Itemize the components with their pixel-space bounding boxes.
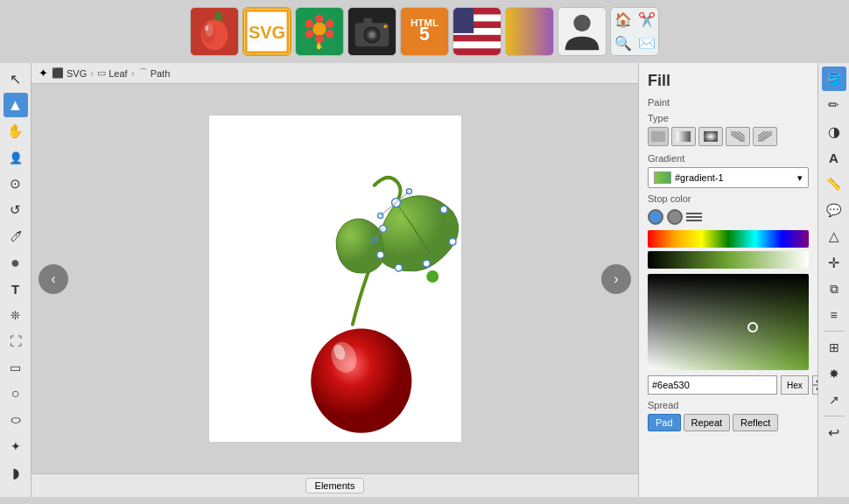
breadcrumb-leaf[interactable]: ▭ Leaf bbox=[97, 67, 127, 79]
photo-app-icon[interactable]: ✋ bbox=[295, 7, 344, 56]
hex-row: Hex ▲ ▼ 🖋 bbox=[648, 375, 809, 395]
font-tool[interactable]: A bbox=[822, 145, 846, 170]
move-tool[interactable]: ✛ bbox=[822, 250, 846, 275]
type-label: Type bbox=[648, 113, 809, 123]
type-buttons bbox=[648, 127, 809, 146]
apple-app-icon[interactable] bbox=[190, 7, 239, 56]
pointer-tool[interactable]: ▲ bbox=[4, 93, 28, 117]
svg-point-16 bbox=[326, 30, 334, 38]
triangle-tool[interactable]: △ bbox=[822, 224, 846, 248]
node-tool[interactable]: ⊙ bbox=[4, 172, 28, 196]
hex-mode-button[interactable]: Hex bbox=[781, 375, 809, 395]
elements-bar: Elements bbox=[32, 473, 638, 497]
svg-rect-25 bbox=[363, 18, 372, 25]
spread-reflect[interactable]: Reflect bbox=[733, 414, 778, 431]
chat-tool[interactable]: 💬 bbox=[822, 198, 846, 222]
contrast-tool[interactable]: ◑ bbox=[822, 119, 846, 144]
spray-tool[interactable]: ❊ bbox=[4, 303, 28, 327]
svg-rect-62 bbox=[704, 131, 718, 142]
stop-color-row bbox=[648, 209, 809, 225]
star-tool[interactable]: ✦ bbox=[4, 434, 28, 458]
svg-point-41 bbox=[573, 15, 590, 32]
stop-circle-blue[interactable] bbox=[648, 209, 663, 225]
pen-tool[interactable]: 🖊 bbox=[4, 224, 28, 248]
select-tool[interactable]: ↖ bbox=[4, 66, 28, 91]
rainbow-bar[interactable] bbox=[648, 230, 809, 248]
next-arrow[interactable]: › bbox=[601, 264, 631, 294]
stop-menu[interactable] bbox=[686, 211, 702, 223]
arc-tool[interactable]: ◗ bbox=[4, 460, 28, 485]
spiral-tool[interactable]: ↺ bbox=[4, 198, 28, 222]
breadcrumb-path[interactable]: ⌒ Path bbox=[138, 66, 171, 80]
canvas-area: ‹ bbox=[32, 84, 638, 473]
top-toolbar: SVG ✋ bbox=[0, 0, 849, 63]
stop-color-label: Stop color bbox=[648, 193, 809, 204]
camera-app-icon[interactable] bbox=[347, 7, 396, 56]
ellipse-tool[interactable]: ○ bbox=[0, 408, 34, 432]
prev-arrow[interactable]: ‹ bbox=[39, 264, 68, 294]
breadcrumb-svg[interactable]: ⬛ SVG bbox=[52, 67, 87, 79]
breadcrumb: ✦ ⬛ SVG › ▭ Leaf › ⌒ Path bbox=[32, 63, 638, 84]
html5-app-icon[interactable]: 5 HTML bbox=[400, 7, 449, 56]
center-area: ✦ ⬛ SVG › ▭ Leaf › ⌒ Path ‹ bbox=[32, 63, 638, 497]
hand-tool[interactable]: ✋ bbox=[4, 119, 28, 144]
type-pattern1[interactable] bbox=[726, 127, 750, 146]
canvas-white[interactable] bbox=[208, 115, 462, 443]
svg-rect-38 bbox=[453, 8, 474, 33]
home-tools-icon[interactable]: 🏠 ✂️ 🔍 ✉️ bbox=[610, 7, 659, 56]
svg-point-55 bbox=[425, 270, 439, 284]
paint-bucket-tool[interactable]: 🪣 bbox=[822, 66, 846, 91]
hex-input[interactable] bbox=[648, 375, 777, 395]
undo-tool[interactable]: ↩ bbox=[822, 420, 846, 444]
svg-app-icon[interactable]: SVG bbox=[242, 7, 291, 56]
color-picker[interactable] bbox=[648, 274, 809, 370]
svg-point-51 bbox=[377, 214, 382, 219]
spread-label: Spread bbox=[648, 400, 809, 410]
type-pattern2[interactable] bbox=[753, 127, 777, 146]
ruler-tool[interactable]: 📏 bbox=[822, 172, 846, 196]
spread-pad[interactable]: Pad bbox=[648, 414, 681, 431]
green-bar[interactable] bbox=[648, 251, 809, 269]
gradient-dropdown[interactable]: #gradient-1 ▾ bbox=[648, 167, 809, 188]
svg-rect-35 bbox=[453, 35, 501, 42]
circle-tool[interactable]: ○ bbox=[4, 382, 28, 406]
stop-circle-gray[interactable] bbox=[667, 209, 683, 225]
spread-row: Pad Repeat Reflect bbox=[648, 414, 809, 431]
type-linear[interactable] bbox=[671, 127, 696, 146]
gradient-app-icon[interactable] bbox=[505, 7, 554, 56]
export-tool[interactable]: ↗ bbox=[822, 388, 846, 412]
building-tool[interactable]: ⊞ bbox=[822, 335, 846, 360]
svg-point-26 bbox=[384, 24, 388, 28]
rect-tool[interactable]: ▭ bbox=[4, 355, 28, 380]
pencil-tool[interactable]: ✏ bbox=[822, 93, 846, 117]
svg-line-67 bbox=[758, 131, 772, 142]
person-app-icon[interactable] bbox=[558, 7, 607, 56]
layers-tool[interactable]: ⧉ bbox=[822, 276, 846, 301]
svg-point-4 bbox=[205, 25, 208, 31]
left-toolbar: ↖ ▲ ✋ 👤 ⊙ ↺ 🖊 ● T ❊ ⛶ ▭ ○ ○ ✦ ◗ bbox=[0, 63, 32, 497]
text-tool[interactable]: T bbox=[4, 276, 28, 301]
sparkle-tool[interactable]: ✸ bbox=[822, 361, 846, 386]
svg-point-44 bbox=[449, 238, 456, 245]
spread-repeat[interactable]: Repeat bbox=[684, 414, 730, 431]
zoom-tool[interactable]: ⛶ bbox=[4, 329, 28, 354]
separator bbox=[824, 331, 845, 332]
panel-title: Fill bbox=[648, 72, 809, 90]
elements-button[interactable]: Elements bbox=[305, 478, 365, 494]
svg-rect-36 bbox=[453, 42, 501, 49]
paint-label: Paint bbox=[648, 97, 809, 108]
type-solid[interactable] bbox=[648, 127, 669, 146]
list-tool[interactable]: ≡ bbox=[822, 303, 846, 327]
gradient-label: Gradient bbox=[648, 153, 809, 164]
svg-point-24 bbox=[369, 32, 375, 38]
svg-point-17 bbox=[314, 24, 325, 34]
user-tool[interactable]: 👤 bbox=[4, 145, 28, 170]
svg-text:HTML: HTML bbox=[410, 18, 439, 28]
flag-app-icon[interactable] bbox=[453, 7, 502, 56]
type-radial[interactable] bbox=[698, 127, 723, 146]
svg-point-47 bbox=[376, 251, 383, 258]
far-right-toolbar: 🪣 ✏ ◑ A 📏 💬 △ ✛ ⧉ ≡ ⊞ ✸ ↗ ↩ bbox=[817, 63, 849, 497]
separator2 bbox=[824, 416, 845, 416]
svg-point-45 bbox=[423, 260, 430, 267]
blob-tool[interactable]: ● bbox=[4, 250, 28, 275]
